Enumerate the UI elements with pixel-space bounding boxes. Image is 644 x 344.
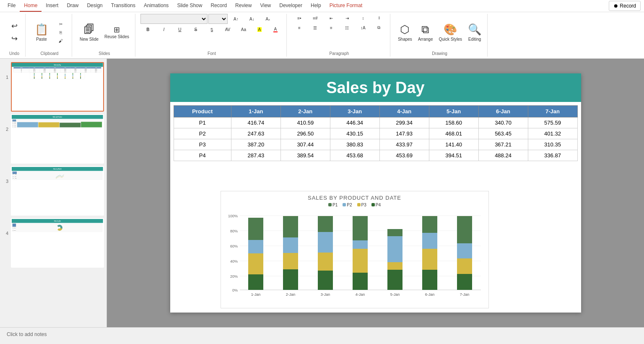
justify-button[interactable]: ☷ — [340, 24, 355, 32]
drawing-group-label: Drawing — [432, 51, 447, 56]
slide-preview-3[interactable]: Sales by Month MonthTotal Jan10333 Feb98… — [11, 166, 104, 216]
notes-bar[interactable]: Click to add notes — [0, 327, 644, 341]
shadow-button[interactable]: S̲ — [204, 26, 219, 34]
tab-view[interactable]: View — [256, 0, 275, 12]
slide-canvas[interactable]: Sales by Day Product 1-Jan 2-Jan 3-Jan 4… — [170, 73, 581, 313]
clear-format-button[interactable]: Aₓ — [260, 15, 275, 23]
font-family-select[interactable] — [140, 14, 208, 24]
align-right-button[interactable]: ≡ — [324, 24, 339, 32]
columns-button[interactable]: ⫴ — [371, 14, 387, 22]
font-size-select[interactable] — [208, 14, 228, 24]
sales-table: Product 1-Jan 2-Jan 3-Jan 4-Jan 5-Jan 6-… — [174, 105, 578, 161]
decrease-font-button[interactable]: A↓ — [244, 15, 260, 23]
tab-record[interactable]: Record — [206, 0, 231, 12]
table-row: P4 287.43 389.54 453.68 453.69 394.51 48… — [174, 150, 577, 161]
tab-file[interactable]: File — [3, 0, 20, 12]
tab-design[interactable]: Design — [83, 0, 106, 12]
text-direction-button[interactable]: ↕A — [356, 24, 371, 32]
tab-draw[interactable]: Draw — [62, 0, 83, 12]
bold-icon: B — [146, 27, 149, 32]
svg-text:6-Jan: 6-Jan — [425, 292, 434, 297]
tab-slideshow[interactable]: Slide Show — [173, 0, 206, 12]
tab-developer[interactable]: Developer — [275, 0, 306, 12]
col-1jan: 1-Jan — [231, 106, 280, 117]
font-group-label: Font — [208, 51, 216, 56]
change-case-button[interactable]: Aa — [236, 26, 251, 34]
bold-button[interactable]: B — [140, 26, 156, 34]
font-color-button[interactable]: A — [268, 25, 283, 34]
table-header-row: Product 1-Jan 2-Jan 3-Jan 4-Jan 5-Jan 6-… — [174, 106, 577, 117]
format-painter-button[interactable]: 🖌 — [53, 37, 68, 45]
cut-button[interactable]: ✂ — [53, 20, 68, 28]
increase-font-button[interactable]: A↑ — [229, 15, 244, 23]
strikethrough-icon: S — [195, 27, 197, 32]
line-spacing-button[interactable]: ↕ — [356, 14, 371, 22]
numbering-button[interactable]: ≡# — [308, 14, 323, 22]
tab-transitions[interactable]: Transitions — [107, 0, 140, 12]
bar-2jan-p4 — [283, 269, 298, 290]
slide-preview-4[interactable]: Sales by Qtr QtrTotal Q130673 Q229450 — [11, 218, 104, 268]
bar-6jan-p2 — [422, 233, 437, 249]
new-slide-button[interactable]: 🗐 New Slide — [77, 21, 101, 43]
slide-thumb-1[interactable]: 1 Sales by Day Product1-Jan2-Jan3-Jan4-J… — [3, 62, 104, 112]
editing-label: Editing — [468, 37, 481, 42]
align-center-button[interactable]: ☰ — [308, 24, 323, 32]
chart-legend: P1 P2 P3 P4 — [221, 203, 488, 207]
svg-text:0%: 0% — [232, 288, 237, 292]
bullets-button[interactable]: ≡• — [292, 14, 307, 22]
svg-text:100%: 100% — [228, 214, 237, 218]
redo-button[interactable]: ↪ — [7, 33, 22, 44]
quick-styles-button[interactable]: 🎨 Quick Styles — [436, 21, 465, 43]
drawing-group-content: ⬡ Shapes ⧉ Arrange 🎨 Quick Styles 🔍 Edit… — [395, 14, 484, 57]
record-button[interactable]: ⏺ Record — [609, 1, 641, 11]
main-area: 1 Sales by Day Product1-Jan2-Jan3-Jan4-J… — [0, 59, 644, 327]
tab-animations[interactable]: Animations — [140, 0, 173, 12]
tab-help[interactable]: Help — [306, 0, 325, 12]
undo-group-content: ↩ ↪ — [7, 14, 22, 57]
paste-label: Paste — [36, 37, 47, 42]
cell-p1-5jan: 158.60 — [429, 117, 478, 128]
char-spacing-icon: AV — [225, 27, 231, 32]
cell-p3-4jan: 433.97 — [379, 139, 429, 150]
copy-icon: ⎘ — [60, 30, 62, 35]
bar-4jan-p3 — [353, 249, 368, 273]
arrange-button[interactable]: ⧉ Arrange — [415, 21, 436, 43]
quick-styles-label: Quick Styles — [439, 37, 462, 42]
cell-p2-6jan: 563.45 — [478, 128, 528, 139]
tab-home[interactable]: Home — [20, 0, 42, 12]
bar-chart-svg: 100% 80% 60% 40% 20% 0% — [225, 209, 485, 301]
increase-indent-button[interactable]: ⇥ — [340, 14, 355, 22]
slide-thumb-4[interactable]: 4 Sales by Qtr QtrTotal Q130673 Q229450 — [3, 218, 104, 268]
tab-picture-format[interactable]: Picture Format — [325, 0, 367, 12]
cell-p4-2jan: 389.54 — [280, 150, 330, 161]
font-family-row: A↑ A↓ Aₓ — [140, 14, 275, 24]
underline-button[interactable]: U — [172, 26, 187, 34]
slide-thumb-2[interactable]: 2 Sales by Product ProdJan P12648 P22554 — [3, 114, 104, 164]
char-spacing-button[interactable]: AV — [220, 26, 235, 34]
cell-p3-product: P3 — [174, 139, 231, 150]
editing-button[interactable]: 🔍 Editing — [465, 21, 484, 43]
svg-text:60%: 60% — [230, 244, 237, 248]
slide-thumb-3[interactable]: 3 Sales by Month MonthTotal Jan10333 Feb… — [3, 166, 104, 216]
convert-to-smartart-button[interactable]: ⧉ — [371, 23, 387, 32]
highlight-button[interactable]: A — [252, 26, 267, 34]
strikethrough-button[interactable]: S — [188, 26, 203, 34]
copy-button[interactable]: ⎘ — [53, 29, 68, 36]
undo-button[interactable]: ↩ — [7, 21, 22, 31]
tab-review[interactable]: Review — [231, 0, 256, 12]
decrease-font-icon: A↓ — [249, 17, 254, 21]
italic-button[interactable]: I — [156, 26, 171, 34]
col-3jan: 3-Jan — [330, 106, 379, 117]
align-left-button[interactable]: ≡ — [292, 24, 307, 32]
paste-button[interactable]: 📋 Paste — [31, 21, 52, 43]
bar-3jan-p4 — [318, 271, 333, 290]
decrease-indent-button[interactable]: ⇤ — [324, 14, 339, 22]
cell-p3-1jan: 387.20 — [231, 139, 280, 150]
bar-6jan-p4 — [422, 270, 437, 290]
reuse-slides-button[interactable]: ⊞ Reuse Slides — [102, 24, 132, 41]
tab-insert[interactable]: Insert — [42, 0, 62, 12]
slide-preview-2[interactable]: Sales by Product ProdJan P12648 P22554 P… — [11, 114, 104, 164]
table-row: P1 416.74 410.59 446.34 299.34 158.60 34… — [174, 117, 577, 128]
slide-preview-1[interactable]: Sales by Day Product1-Jan2-Jan3-Jan4-Jan… — [11, 62, 104, 112]
shapes-button[interactable]: ⬡ Shapes — [395, 21, 415, 43]
